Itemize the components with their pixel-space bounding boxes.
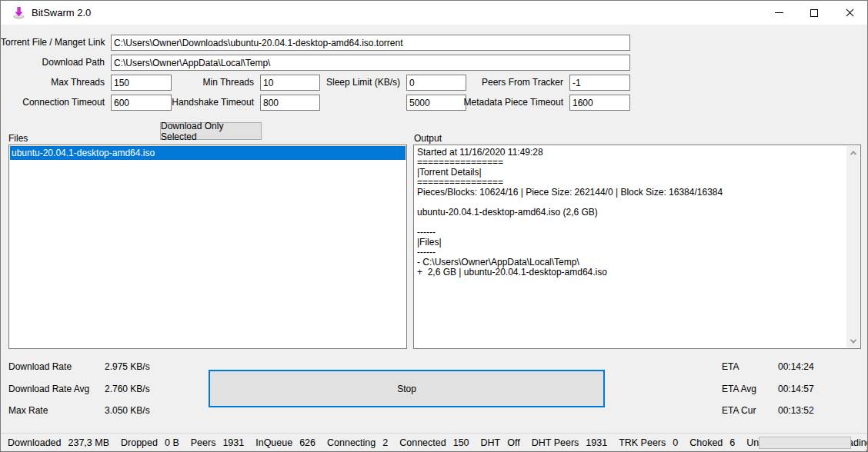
metadata-piece-timeout-label: Metadata Piece Timeout bbox=[459, 95, 563, 110]
close-button[interactable] bbox=[832, 1, 867, 25]
max-rate-label: Max Rate bbox=[8, 405, 48, 416]
min-threads-label: Min Threads bbox=[150, 75, 254, 90]
eta-label: ETA bbox=[722, 361, 739, 372]
output-scrollbar[interactable] bbox=[846, 146, 860, 347]
status-connected: Connected150 bbox=[399, 437, 469, 448]
window-title: BitSwarm 2.0 bbox=[32, 7, 91, 18]
max-threads-label: Max Threads bbox=[1, 75, 105, 90]
output-panel-label: Output bbox=[414, 133, 442, 144]
maximize-button[interactable] bbox=[796, 1, 832, 25]
scroll-up-button[interactable] bbox=[846, 146, 860, 159]
stop-button[interactable]: Stop bbox=[209, 370, 605, 407]
status-dht: DHTOff bbox=[481, 437, 520, 448]
status-inqueue: InQueue626 bbox=[255, 437, 315, 448]
max-rate-value: 3.050 KB/s bbox=[105, 405, 150, 416]
download-rate-avg-label: Download Rate Avg bbox=[8, 384, 89, 394]
sleep-limit-input[interactable] bbox=[406, 75, 466, 91]
minimize-icon bbox=[775, 12, 783, 13]
chevron-up-icon bbox=[850, 151, 856, 157]
resize-grip-icon[interactable] bbox=[863, 447, 864, 448]
files-panel-label: Files bbox=[8, 133, 28, 144]
handshake-timeout-label: Handshake Timeout bbox=[150, 95, 254, 110]
file-list-item[interactable]: ubuntu-20.04.1-desktop-amd64.iso bbox=[10, 146, 406, 160]
status-dropped: Dropped0 B bbox=[121, 437, 179, 448]
minimize-button[interactable] bbox=[761, 1, 796, 25]
status-downloaded: Downloaded237,3 MB bbox=[8, 437, 109, 448]
eta-avg-value: 00:14:57 bbox=[778, 384, 814, 394]
eta-avg-label: ETA Avg bbox=[722, 384, 756, 394]
window-controls bbox=[761, 1, 867, 25]
output-log-text: Started at 11/16/2020 11:49:28 =========… bbox=[417, 148, 843, 346]
torrent-link-label: Torrent File / Manget Link bbox=[1, 35, 105, 50]
eta-cur-value: 00:13:52 bbox=[778, 405, 814, 416]
output-textbox[interactable]: Started at 11/16/2020 11:49:28 =========… bbox=[413, 145, 861, 349]
piece-timeout-input[interactable] bbox=[406, 95, 466, 111]
status-connecting: Connecting2 bbox=[327, 437, 388, 448]
peers-from-tracker-label: Peers From Tracker bbox=[459, 75, 563, 90]
status-bar: Downloaded237,3 MB Dropped0 B Peers1931 … bbox=[1, 433, 867, 451]
download-rate-avg-value: 2.760 KB/s bbox=[105, 384, 150, 394]
close-icon bbox=[845, 8, 855, 18]
peers-from-tracker-input[interactable] bbox=[569, 75, 630, 91]
torrent-link-input[interactable] bbox=[111, 35, 630, 51]
metadata-piece-timeout-input[interactable] bbox=[569, 95, 630, 111]
chevron-down-icon bbox=[850, 337, 856, 343]
status-dht-peers: DHT Peers1931 bbox=[532, 437, 607, 448]
download-rate-value: 2.975 KB/s bbox=[105, 361, 150, 372]
download-path-input[interactable] bbox=[111, 55, 630, 71]
app-icon bbox=[12, 6, 25, 19]
files-listbox[interactable]: ubuntu-20.04.1-desktop-amd64.iso bbox=[8, 145, 407, 349]
download-path-label: Download Path bbox=[1, 55, 105, 70]
connection-timeout-label: Connection Timeout bbox=[1, 95, 105, 110]
status-peers: Peers1931 bbox=[191, 437, 244, 448]
download-only-selected-button[interactable]: Download Only Selected bbox=[160, 122, 262, 140]
maximize-icon bbox=[810, 9, 818, 17]
status-trk-peers: TRK Peers0 bbox=[619, 437, 678, 448]
download-rate-label: Download Rate bbox=[8, 361, 72, 372]
scroll-down-button[interactable] bbox=[846, 334, 860, 347]
eta-value: 00:14:24 bbox=[778, 361, 814, 372]
status-progress-bar bbox=[759, 437, 851, 449]
title-bar: BitSwarm 2.0 bbox=[1, 1, 867, 25]
status-choked: Choked6 bbox=[689, 437, 735, 448]
sleep-limit-label: Sleep Limit (KB/s) bbox=[296, 75, 400, 90]
app-window: BitSwarm 2.0 Torrent File / Manget Link … bbox=[0, 0, 868, 452]
eta-cur-label: ETA Cur bbox=[722, 405, 756, 416]
